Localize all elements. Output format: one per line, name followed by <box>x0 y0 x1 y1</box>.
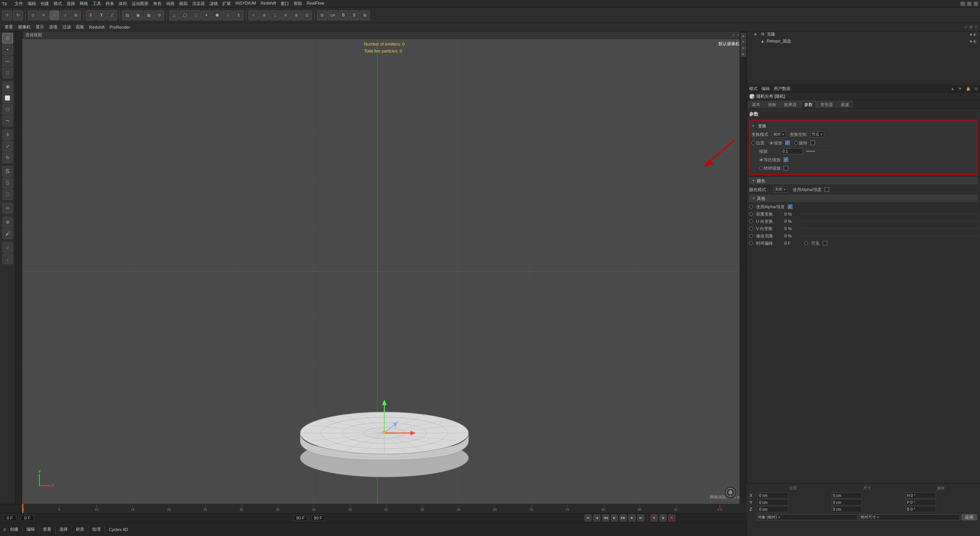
axis-z-button[interactable]: Z <box>107 10 117 20</box>
shape3[interactable]: ⬡ <box>191 10 201 20</box>
tool-point[interactable]: • <box>2 44 13 55</box>
shape4[interactable]: ✦ <box>201 10 211 20</box>
coord-z-pos-input[interactable] <box>758 506 788 512</box>
shape5[interactable]: ⬢ <box>212 10 222 20</box>
status-edit[interactable]: 编辑 <box>26 526 35 532</box>
menu-filter[interactable]: 滤镜 <box>209 1 218 7</box>
tab-basic[interactable]: 基本 <box>748 101 764 108</box>
viewport-canvas[interactable]: Number of emitters: 0 Total live particl… <box>22 39 746 504</box>
sec-filter[interactable]: 过滤 <box>61 24 72 30</box>
prop-lock[interactable]: 🔒 <box>966 87 970 91</box>
viewport-expand-icon[interactable]: ⤢ <box>964 25 967 29</box>
scale-input[interactable] <box>780 148 803 154</box>
menu-help[interactable]: 帮助 <box>294 1 302 7</box>
radio-abs[interactable]: 绝对缩放 <box>759 165 781 171</box>
tool-rect-sel[interactable]: ⬜ <box>2 93 13 103</box>
menu-extend[interactable]: 扩展 <box>222 1 231 7</box>
menu-volume[interactable]: 体积 <box>119 1 127 7</box>
sec-view[interactable]: 查看 <box>3 24 15 30</box>
coord-y-rot-input[interactable] <box>905 499 936 505</box>
tool-free-sel[interactable]: 〜 <box>2 116 13 126</box>
coord-x-rot-input[interactable] <box>905 492 936 498</box>
radio-uniform[interactable]: 等比缩放 <box>759 157 781 163</box>
menu-realflow[interactable]: RealFlow <box>307 1 324 7</box>
next-frame-btn[interactable]: ▶ <box>629 515 635 521</box>
b-btn[interactable]: B <box>338 10 348 20</box>
status-view[interactable]: 查看 <box>43 526 51 532</box>
status-cycles[interactable]: Cycles 4D <box>109 527 128 532</box>
attract-btn[interactable]: ⊗ <box>291 10 301 20</box>
tab-effectors[interactable]: 效果器 <box>781 101 800 108</box>
transform-space-dropdown[interactable]: 节点 ▼ <box>810 131 824 137</box>
color-section-header[interactable]: ▼ 颜色 <box>749 177 978 184</box>
prev-frame-btn[interactable]: ◀ <box>593 515 600 521</box>
render-view[interactable]: ▣ <box>133 10 143 20</box>
other-alpha-checkbox[interactable] <box>788 204 792 209</box>
tab-params[interactable]: 参数 <box>801 101 816 108</box>
menu-select[interactable]: 选择 <box>67 1 75 7</box>
qr-btn[interactable]: QR <box>328 10 338 20</box>
tool-polygon[interactable]: □ <box>2 67 13 78</box>
shape6[interactable]: ⊹ <box>223 10 233 20</box>
menu-simulate[interactable]: 模拟 <box>179 1 188 7</box>
viewport-settings-icon[interactable]: ⚙ <box>969 25 973 29</box>
shape1[interactable]: △ <box>169 10 179 20</box>
status-create[interactable]: 创建 <box>10 526 18 532</box>
tool-s3[interactable]: S <box>2 189 13 200</box>
prop-arrow-up[interactable]: ▲ <box>951 87 954 91</box>
render-settings[interactable]: ⚙ <box>154 10 164 20</box>
coord-z-rot-input[interactable] <box>905 506 936 512</box>
tool-arrow[interactable]: ⊙ <box>2 33 13 44</box>
menu-mesh[interactable]: 网格 <box>80 1 88 7</box>
play-reverse-btn[interactable]: ◀◀ <box>602 515 609 521</box>
menu-create[interactable]: 创建 <box>41 1 49 7</box>
transform-tool[interactable]: ⊞ <box>71 10 81 20</box>
sec-display[interactable]: 显示 <box>34 24 46 30</box>
coord-dropdown-size[interactable]: 绝对尺寸 ▼ <box>859 514 960 520</box>
coord-dropdown-obj[interactable]: 对象 (相对) ▼ <box>757 514 858 520</box>
wind-btn[interactable]: ≋ <box>281 10 291 20</box>
tool-poly-sel[interactable]: ⬠ <box>2 104 13 115</box>
shape7[interactable]: ⊻ <box>234 10 243 20</box>
shape2[interactable]: ◯ <box>180 10 190 20</box>
play-forward-btn[interactable]: ▶▶ <box>620 515 627 521</box>
play-btn[interactable]: ▶ <box>611 515 618 521</box>
status-select[interactable]: 选择 <box>59 526 68 532</box>
sec-panel[interactable]: 面板 <box>74 24 86 30</box>
menu-redshift[interactable]: Redshift <box>261 1 276 7</box>
menu-animate[interactable]: 动画 <box>166 1 175 7</box>
menu-character[interactable]: 角色 <box>153 1 162 7</box>
close-button[interactable]: × <box>973 2 978 6</box>
uniform-scale-checkbox[interactable] <box>784 157 788 162</box>
rotate-tool[interactable]: ○ <box>49 10 59 20</box>
tool-edge[interactable]: — <box>2 56 13 67</box>
tool-s2[interactable]: S <box>2 178 13 188</box>
strip-btn-2[interactable]: ▼ <box>741 39 746 44</box>
radio-scale[interactable]: 缩放 <box>769 140 782 146</box>
strip-btn-1[interactable]: ▲ <box>741 33 746 38</box>
playhead[interactable] <box>22 504 23 513</box>
coord-y-size-input[interactable] <box>831 499 862 505</box>
record-btn[interactable]: ⏺ <box>651 515 658 521</box>
menu-insydium[interactable]: INSYDIUM <box>235 1 256 7</box>
menu-window[interactable]: 窗口 <box>281 1 289 7</box>
tool-arc[interactable]: ◞ <box>2 253 13 264</box>
status-material[interactable]: 材质 <box>76 526 84 532</box>
prop-mode[interactable]: 模式 <box>749 86 758 92</box>
sec-camera[interactable]: 摄像机 <box>16 24 32 30</box>
viewport-close-icon[interactable]: × <box>975 25 977 29</box>
transform-mode-dropdown[interactable]: 相对 ▼ <box>772 131 786 137</box>
status-texture[interactable]: 纹理 <box>92 526 101 532</box>
tool-s[interactable]: S <box>2 166 13 177</box>
move-tool[interactable]: ✛ <box>39 10 49 20</box>
other-section-header[interactable]: ▼ 其他 <box>749 195 978 202</box>
extra1[interactable]: ⊠ <box>360 10 370 20</box>
prop-edit[interactable]: 编辑 <box>761 86 770 92</box>
tree-item-retopo[interactable]: ▲ Retopo_圆盘 ■ ◐ <box>749 38 978 44</box>
goto-end-btn[interactable]: ⏭ <box>637 515 644 521</box>
apply-button[interactable]: 应用 <box>962 514 977 520</box>
menu-mograph[interactable]: 运动图形 <box>132 1 149 7</box>
menu-render[interactable]: 渲染器 <box>192 1 205 7</box>
rotate-checkbox[interactable] <box>810 141 815 145</box>
prop-settings[interactable]: ⚙ <box>974 87 978 91</box>
